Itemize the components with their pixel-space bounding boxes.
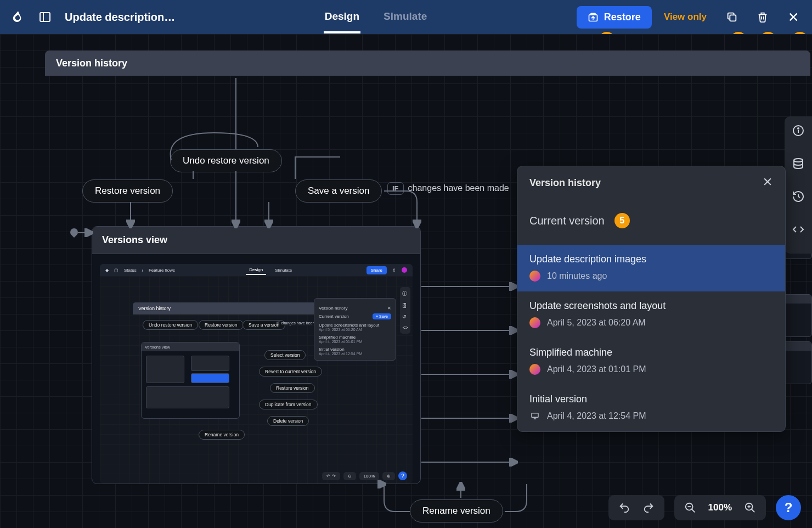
tab-simulate[interactable]: Simulate (382, 1, 428, 33)
view-only-label: View only (664, 12, 707, 23)
app-logo (11, 10, 25, 24)
svg-line-13 (752, 509, 755, 513)
avatar (529, 271, 540, 282)
close-icon[interactable] (786, 9, 801, 25)
state-versions-view[interactable]: Versions view ◆ ▢ States/Feature flows D… (92, 226, 421, 484)
trash-icon[interactable] (755, 9, 770, 25)
callout-5: 5 (614, 213, 630, 228)
undo-redo-group (608, 495, 664, 520)
svg-rect-0 (40, 13, 50, 21)
svg-point-7 (794, 159, 803, 162)
svg-line-10 (691, 509, 695, 513)
history-icon[interactable] (792, 190, 805, 203)
zoom-level[interactable]: 100% (708, 502, 732, 513)
version-entry-title: Simplified machine (529, 347, 773, 358)
node-save[interactable]: Save a version (295, 179, 382, 203)
version-history-panel: Version history Current version 5 Update… (517, 166, 786, 432)
duplicate-icon[interactable] (724, 9, 740, 25)
system-icon (529, 411, 540, 422)
version-entry-title: Update description images (529, 254, 773, 265)
database-icon[interactable] (792, 157, 805, 170)
svg-rect-3 (730, 15, 736, 21)
zoom-group: 100% (674, 495, 766, 520)
version-entry[interactable]: Simplified machine April 4, 2023 at 01:0… (517, 338, 785, 385)
zoom-out-icon[interactable] (684, 502, 696, 514)
node-restore[interactable]: Restore version (82, 179, 173, 203)
current-version-label: Current version (529, 215, 605, 227)
sidebar-toggle-icon[interactable] (37, 9, 53, 25)
guard-changes-made: IFchanges have been made (387, 183, 509, 193)
canvas[interactable]: Version history Undo restore version Res… (0, 34, 812, 528)
node-undo-restore[interactable]: Undo restore version (170, 149, 282, 172)
info-icon[interactable] (792, 124, 805, 137)
version-entry[interactable]: Update description images 10 minutes ago (517, 245, 785, 291)
mode-tabs: Design Simulate (187, 1, 565, 33)
page-title: Update description… (65, 11, 175, 24)
version-entry-meta: April 5, 2023 at 06:20 AM (547, 318, 646, 328)
undo-icon[interactable] (618, 502, 630, 514)
node-rename[interactable]: Rename version (410, 499, 503, 523)
topbar-actions (724, 9, 801, 25)
version-history-title: Version history (529, 177, 601, 189)
versions-view-thumbnail: ◆ ▢ States/Feature flows Design Simulate… (100, 264, 413, 484)
svg-point-6 (798, 128, 799, 129)
version-entry[interactable]: Initial version April 4, 2023 at 12:54 P… (517, 385, 785, 431)
zoom-in-icon[interactable] (744, 502, 756, 514)
svg-rect-8 (532, 413, 538, 418)
redo-icon[interactable] (642, 502, 655, 514)
root-state-header[interactable]: Version history (45, 50, 810, 76)
initial-state-marker (69, 227, 80, 238)
version-history-close-icon[interactable] (762, 176, 773, 190)
guard-if-badge: IF (387, 182, 404, 195)
version-entry-meta: April 4, 2023 at 01:01 PM (547, 364, 646, 374)
code-icon[interactable] (792, 223, 805, 236)
version-entry-meta: 10 minutes ago (547, 271, 607, 281)
topbar: Update description… Design Simulate Rest… (0, 0, 812, 34)
help-button[interactable]: ? (776, 495, 801, 520)
avatar (529, 317, 540, 328)
guard-text: changes have been made (408, 183, 509, 193)
tab-design[interactable]: Design (324, 1, 360, 33)
state-versions-view-header: Versions view (92, 227, 420, 254)
version-entry-title: Update screenshots and layout (529, 300, 773, 312)
avatar (529, 364, 540, 375)
version-entry-title: Initial version (529, 394, 773, 405)
bottom-toolbar: 100% ? (608, 495, 801, 520)
version-entry[interactable]: Update screenshots and layout April 5, 2… (517, 291, 785, 338)
version-entry-meta: April 4, 2023 at 12:54 PM (547, 411, 646, 421)
right-toolbar (785, 116, 812, 254)
current-version-row[interactable]: Current version 5 (517, 200, 785, 245)
restore-button[interactable]: Restore (577, 6, 652, 29)
restore-label: Restore (604, 12, 641, 23)
